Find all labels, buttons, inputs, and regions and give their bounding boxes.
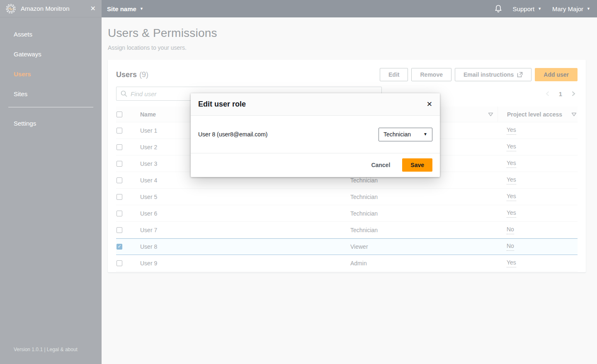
role-select-value: Technician [383, 131, 411, 138]
modal-body: User 8 (user8@email.com) Technician ▼ [191, 116, 440, 153]
modal-overlay [0, 0, 597, 364]
role-select[interactable]: Technician ▼ [379, 128, 432, 141]
save-button[interactable]: Save [402, 158, 432, 172]
modal-header: Edit user role ✕ [191, 93, 440, 116]
cancel-button[interactable]: Cancel [371, 162, 390, 168]
modal-footer: Cancel Save [191, 153, 440, 177]
close-icon[interactable]: ✕ [427, 101, 432, 108]
modal-title: Edit user role [198, 100, 246, 109]
caret-down-icon: ▼ [423, 132, 427, 136]
edit-user-role-modal: Edit user role ✕ User 8 (user8@email.com… [191, 93, 440, 177]
modal-user-label: User 8 (user8@email.com) [198, 131, 267, 138]
